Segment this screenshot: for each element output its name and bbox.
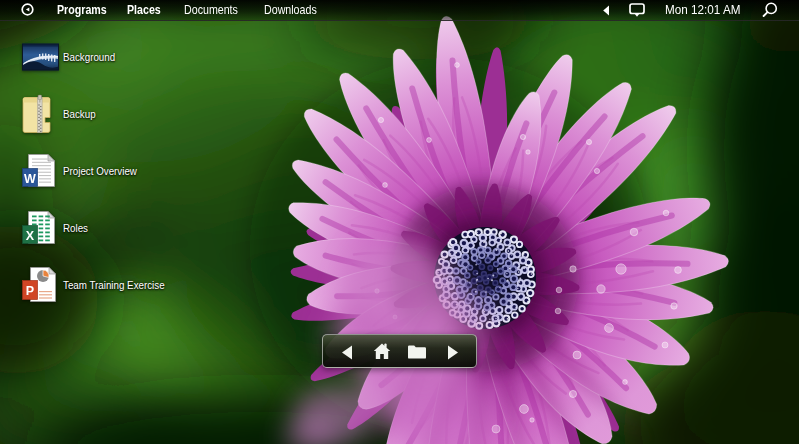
svg-text:W: W xyxy=(24,172,36,186)
svg-text:P: P xyxy=(26,284,34,298)
svg-text:X: X xyxy=(26,229,35,243)
